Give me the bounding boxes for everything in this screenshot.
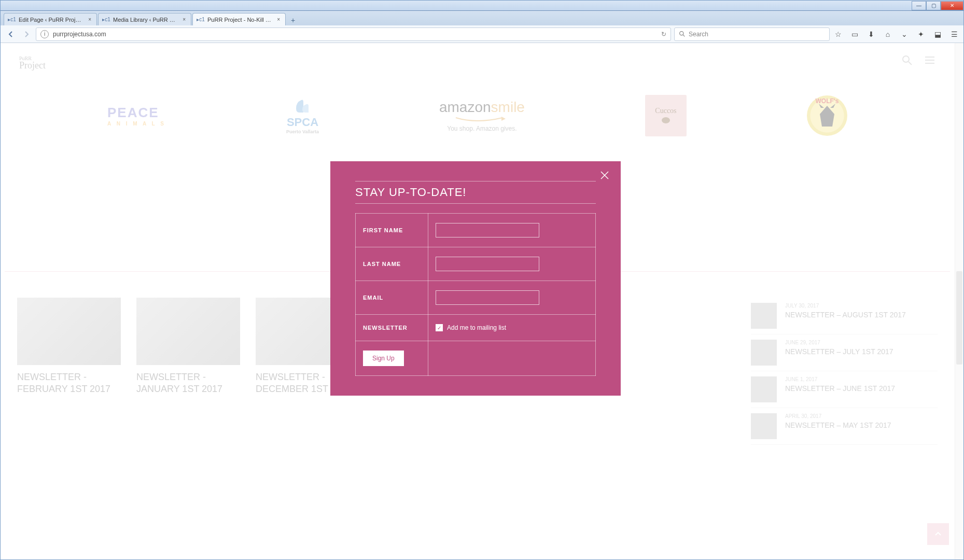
site-search-icon[interactable] [901,54,913,68]
sidebar-thumb [751,340,777,366]
mailing-list-checkbox[interactable]: ✓ [436,324,443,331]
sidebar-title: NEWSLETTER – MAY 1ST 2017 [785,421,891,429]
signup-modal: STAY UP-TO-DATE! FIRST NAME LAST NAME EM… [330,161,621,396]
browser-tab[interactable]: ▸c1 Edit Page ‹ PuRR Project — W × [4,13,97,25]
favicon-icon: ▸c1 [8,16,16,23]
tab-strip: ▸c1 Edit Page ‹ PuRR Project — W × ▸c1 M… [1,11,963,25]
svg-point-0 [680,32,683,35]
last-name-input[interactable] [436,257,539,271]
partner-spca[interactable]: SPCA Puerto Vallarta [286,95,319,136]
sidebar-date: APRIL 30, 2017 [785,413,891,419]
tab-close-icon[interactable]: × [181,17,187,22]
search-placeholder: Search [689,31,708,38]
svg-line-3 [909,62,912,65]
tab-close-icon[interactable]: × [87,17,92,22]
sidebar-news-item[interactable]: JULY 30, 2017 NEWSLETTER – AUGUST 1ST 20… [751,298,938,334]
sidebar-title: NEWSLETTER – AUGUST 1ST 2017 [785,311,906,319]
sidebar-thumb [751,413,777,439]
scrollbar-thumb[interactable] [956,271,962,365]
vertical-scrollbar[interactable] [955,43,963,559]
tab-close-icon[interactable]: × [276,17,281,22]
modal-title: STAY UP-TO-DATE! [355,186,596,199]
first-name-input[interactable] [436,223,539,237]
bookmark-star-icon[interactable]: ☆ [833,29,843,39]
window-minimize[interactable]: — [912,1,926,10]
sidebar-date: JUNE 29, 2017 [785,340,893,345]
reading-list-icon[interactable]: ▭ [849,29,860,39]
label-email: EMAIL [356,281,428,315]
sidebar-title: NEWSLETTER – JUNE 1ST 2017 [785,384,895,393]
sidebar-date: JUNE 1, 2017 [785,376,895,382]
window-maximize[interactable]: ▢ [926,1,941,10]
news-title: NEWSLETTER - JANUARY 1ST 2017 [136,371,240,395]
favicon-icon: ▸c1 [103,16,110,23]
favicon-icon: ▸c1 [197,16,204,23]
scroll-to-top-button[interactable] [927,523,949,545]
label-last-name: LAST NAME [356,247,428,281]
svg-point-7 [662,117,670,123]
browser-window: — ▢ ✕ ▸c1 Edit Page ‹ PuRR Project — W ×… [0,0,964,560]
sidebar-news-list: JULY 30, 2017 NEWSLETTER – AUGUST 1ST 20… [751,298,938,445]
sidebar-title: NEWSLETTER – JULY 1ST 2017 [785,347,893,356]
site-menu-icon[interactable] [924,54,935,68]
partner-peace[interactable]: PEACE A N I M A L S [107,95,166,136]
partner-wolfs[interactable]: WOLF's [807,95,847,136]
nav-forward-button[interactable] [20,28,33,40]
label-newsletter: NEWSLETTER [356,315,428,341]
sidebar-news-item[interactable]: JUNE 29, 2017 NEWSLETTER – JULY 1ST 2017 [751,334,938,371]
pocket-icon[interactable]: ⌄ [899,29,910,39]
modal-close-button[interactable] [600,171,609,182]
sidebar-thumb [751,303,777,329]
browser-tab[interactable]: ▸c1 Media Library ‹ PuRR Project × [98,13,191,25]
tab-title: Edit Page ‹ PuRR Project — W [19,17,84,23]
email-input[interactable] [436,290,539,305]
url-input[interactable]: i purrprojectusa.com ↻ [36,27,671,41]
tab-title: Media Library ‹ PuRR Project [113,17,178,23]
svg-line-1 [683,35,684,36]
viewport: PuRR Project PEACE A N I M A L S [1,43,963,559]
extension-icon[interactable]: ✦ [916,29,926,39]
address-bar: i purrprojectusa.com ↻ Search ☆ ▭ ⬇ ⌂ ⌄ … [1,25,963,43]
sidebar-date: JULY 30, 2017 [785,303,906,309]
url-text: purrprojectusa.com [53,31,106,38]
partner-amazon[interactable]: amazonsmile You shop. Amazon gives. [439,95,525,136]
new-tab-button[interactable]: + [287,15,299,25]
sidebar-news-item[interactable]: APRIL 30, 2017 NEWSLETTER – MAY 1ST 2017 [751,408,938,445]
news-thumbnail [17,298,121,365]
window-close[interactable]: ✕ [941,1,963,10]
nav-back-button[interactable] [5,28,17,40]
news-card[interactable]: NEWSLETTER - JANUARY 1ST 2017 [136,298,240,445]
svg-point-2 [903,56,909,62]
save-icon[interactable]: ⬓ [932,29,943,39]
site-header: PuRR Project [1,43,954,79]
sidebar-thumb [751,376,777,402]
downloads-icon[interactable]: ⬇ [866,29,876,39]
news-title: NEWSLETTER - FEBRUARY 1ST 2017 [17,371,121,395]
partner-cuccos[interactable]: Cuccos [645,95,687,136]
browser-tab-active[interactable]: ▸c1 PuRR Project - No-Kill Feline × [192,13,286,25]
news-card[interactable]: NEWSLETTER - FEBRUARY 1ST 2017 [17,298,121,445]
site-info-icon[interactable]: i [40,30,49,38]
signup-button[interactable]: Sign Up [363,351,404,366]
window-titlebar: — ▢ ✕ [1,1,963,11]
menu-icon[interactable]: ☰ [949,29,959,39]
site-logo[interactable]: PuRR Project [19,53,46,69]
tab-title: PuRR Project - No-Kill Feline [207,17,273,23]
checkbox-label: Add me to mailing list [447,324,506,331]
news-thumbnail [136,298,240,365]
reload-icon[interactable]: ↻ [661,31,666,38]
home-icon[interactable]: ⌂ [883,29,893,39]
partner-logos: PEACE A N I M A L S SPCA Puerto Vallarta… [1,79,954,157]
toolbar-icons: ☆ ▭ ⬇ ⌂ ⌄ ✦ ⬓ ☰ [833,29,959,39]
label-first-name: FIRST NAME [356,214,428,247]
sidebar-news-item[interactable]: JUNE 1, 2017 NEWSLETTER – JUNE 1ST 2017 [751,371,938,408]
search-input[interactable]: Search [674,27,830,41]
